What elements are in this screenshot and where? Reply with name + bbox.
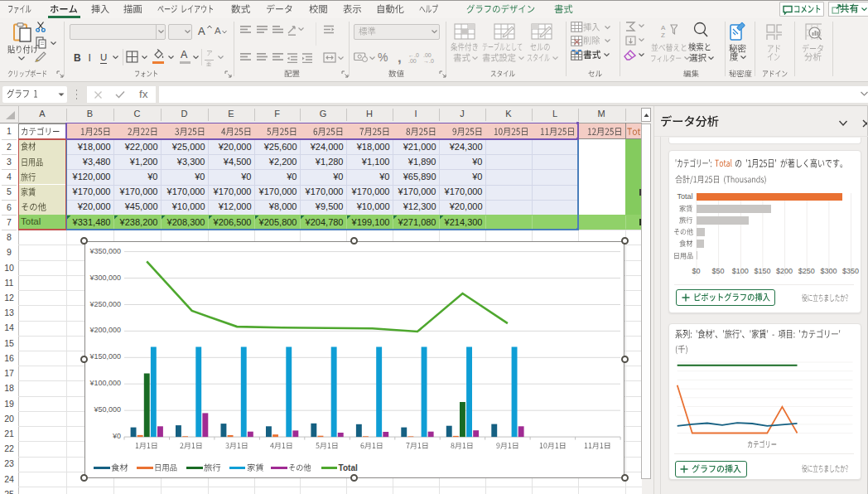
svg-text:A: A [661, 24, 666, 31]
svg-text:→.0: →.0 [423, 58, 434, 63]
svg-text:Z: Z [661, 31, 665, 38]
svg-text:.00: .00 [408, 58, 417, 63]
svg-text:.00: .00 [423, 52, 432, 58]
svg-text:←.0: ←.0 [408, 52, 419, 58]
